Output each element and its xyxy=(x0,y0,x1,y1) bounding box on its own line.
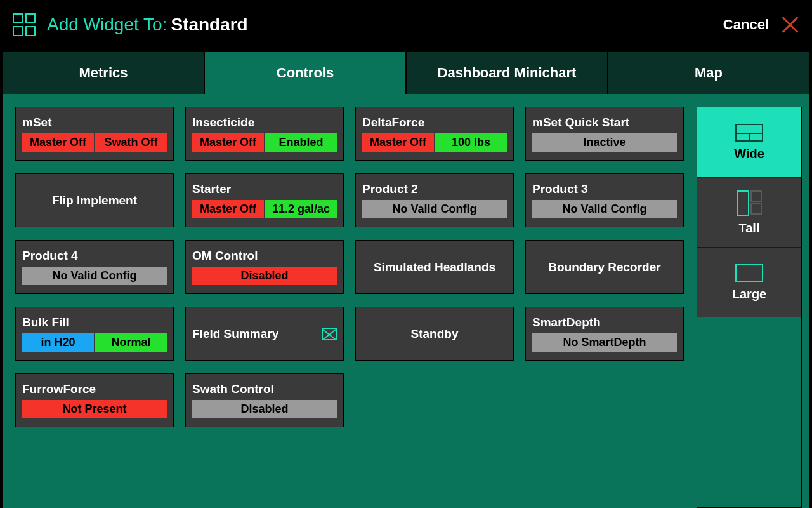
status-badge: 11.2 gal/ac xyxy=(265,200,337,218)
size-label: Large xyxy=(732,287,766,302)
widget-deltaforce[interactable]: DeltaForce Master Off 100 lbs xyxy=(355,107,514,161)
wide-shape-icon xyxy=(735,124,763,142)
widget-title: Product 4 xyxy=(22,249,167,263)
widget-om-control[interactable]: OM Control Disabled xyxy=(185,240,344,294)
widget-title: Field Summary xyxy=(192,327,322,341)
widget-flip-implement[interactable]: Flip Implement xyxy=(15,173,174,227)
widget-mset[interactable]: mSet Master Off Swath Off xyxy=(15,107,174,161)
status-badge: No Valid Config xyxy=(532,200,677,218)
status-badge: Disabled xyxy=(192,267,337,285)
widget-title: Starter xyxy=(192,182,337,196)
status-badge: Master Off xyxy=(362,133,434,152)
tab-dashboard-minichart[interactable]: Dashboard Minichart xyxy=(406,52,608,94)
tab-map[interactable]: Map xyxy=(608,52,809,94)
widget-title: SmartDepth xyxy=(532,316,677,330)
size-label: Tall xyxy=(739,221,760,236)
status-badge: Master Off xyxy=(192,133,264,152)
title-destination: Standard xyxy=(171,15,247,35)
widget-title: mSet Quick Start xyxy=(532,116,677,130)
status-badge: No Valid Config xyxy=(22,267,167,285)
widget-title: Boundary Recorder xyxy=(548,260,660,274)
widget-swath-control[interactable]: Swath Control Disabled xyxy=(185,373,344,427)
widget-title: FurrowForce xyxy=(22,382,167,396)
close-icon[interactable] xyxy=(780,15,799,34)
tab-controls[interactable]: Controls xyxy=(204,52,406,94)
body: mSet Master Off Swath Off Insecticide Ma… xyxy=(3,94,809,508)
widget-title: mSet xyxy=(22,116,167,130)
widget-title: Product 3 xyxy=(532,182,677,196)
widget-furrowforce[interactable]: FurrowForce Not Present xyxy=(15,373,174,427)
widget-simulated-headlands[interactable]: Simulated Headlands xyxy=(355,240,514,294)
cancel-button-label[interactable]: Cancel xyxy=(723,17,769,33)
size-tall[interactable]: Tall xyxy=(697,177,801,247)
widget-title: Flip Implement xyxy=(52,194,137,208)
widget-product-2[interactable]: Product 2 No Valid Config xyxy=(355,173,514,227)
status-badge: Master Off xyxy=(192,200,264,218)
tab-metrics[interactable]: Metrics xyxy=(3,52,204,94)
tab-bar: Metrics Controls Dashboard Minichart Map xyxy=(0,50,812,94)
widget-title: DeltaForce xyxy=(362,116,507,130)
title-prefix: Add Widget To: xyxy=(47,15,167,35)
status-badge: Not Present xyxy=(22,400,167,418)
widget-title: Standby xyxy=(411,327,459,341)
widget-title: Simulated Headlands xyxy=(374,260,495,274)
widget-standby[interactable]: Standby xyxy=(355,307,514,361)
status-badge: No SmartDepth xyxy=(532,333,677,352)
size-picker: Wide Tall Large xyxy=(697,107,802,508)
size-large[interactable]: Large xyxy=(697,247,801,317)
header: Add Widget To: Standard Cancel xyxy=(0,0,812,50)
widget-smartdepth[interactable]: SmartDepth No SmartDepth xyxy=(525,307,684,361)
status-badge: in H20 xyxy=(22,333,94,352)
status-badge: Disabled xyxy=(192,400,337,418)
status-badge: Swath Off xyxy=(95,133,167,152)
widget-mset-quick-start[interactable]: mSet Quick Start Inactive xyxy=(525,107,684,161)
status-badge: Inactive xyxy=(532,133,677,152)
widget-product-3[interactable]: Product 3 No Valid Config xyxy=(525,173,684,227)
widget-field-summary[interactable]: Field Summary xyxy=(185,307,344,361)
status-badge: Enabled xyxy=(265,133,337,152)
status-badge: No Valid Config xyxy=(362,200,507,218)
widget-title: Bulk Fill xyxy=(22,316,167,330)
widget-title: Swath Control xyxy=(192,382,337,396)
widget-title: OM Control xyxy=(192,249,337,263)
widget-insecticide[interactable]: Insecticide Master Off Enabled xyxy=(185,107,344,161)
large-shape-icon xyxy=(735,264,763,282)
widget-bulk-fill[interactable]: Bulk Fill in H20 Normal xyxy=(15,307,174,361)
widget-title: Product 2 xyxy=(362,182,507,196)
size-label: Wide xyxy=(734,147,764,161)
widget-grid-icon xyxy=(13,13,36,36)
tall-shape-icon xyxy=(737,190,762,216)
widget-product-4[interactable]: Product 4 No Valid Config xyxy=(15,240,174,294)
envelope-icon xyxy=(322,328,337,340)
size-wide[interactable]: Wide xyxy=(697,107,801,177)
widget-boundary-recorder[interactable]: Boundary Recorder xyxy=(525,240,684,294)
status-badge: 100 lbs xyxy=(435,133,507,152)
widget-title: Insecticide xyxy=(192,116,337,130)
widget-grid: mSet Master Off Swath Off Insecticide Ma… xyxy=(3,94,697,508)
widget-starter[interactable]: Starter Master Off 11.2 gal/ac xyxy=(185,173,344,227)
status-badge: Master Off xyxy=(22,133,94,152)
status-badge: Normal xyxy=(95,333,167,352)
